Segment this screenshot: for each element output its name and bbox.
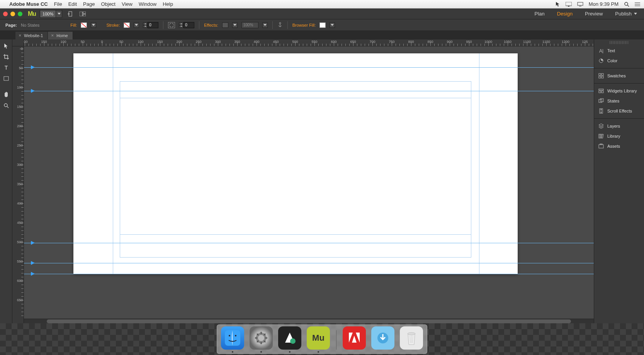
- layout-icon[interactable]: [78, 10, 87, 18]
- page-state[interactable]: No States: [21, 23, 39, 27]
- menu-file[interactable]: File: [54, 1, 62, 7]
- anchor-icon[interactable]: [277, 22, 283, 28]
- dock-finder[interactable]: [221, 326, 244, 350]
- menu-help[interactable]: Help: [163, 1, 173, 7]
- spinner-down-icon[interactable]: ▼: [143, 25, 148, 28]
- page-guide[interactable]: [24, 243, 594, 243]
- rectangle-tool[interactable]: [2, 74, 11, 83]
- menu-window[interactable]: Window: [139, 1, 156, 7]
- page-guide[interactable]: [24, 67, 594, 68]
- dock-settings[interactable]: [250, 326, 273, 350]
- page-guide[interactable]: [24, 274, 594, 274]
- zoom-dropdown-icon[interactable]: [56, 10, 62, 17]
- opacity-dropdown[interactable]: [262, 22, 268, 28]
- doc-tab[interactable]: ✕Home: [48, 32, 73, 39]
- browser-fill-dropdown[interactable]: [330, 22, 335, 28]
- guide-handle[interactable]: [31, 89, 35, 93]
- spinner-up-icon[interactable]: ▲: [143, 22, 148, 25]
- mode-plan[interactable]: Plan: [528, 9, 551, 19]
- browser-fill-swatch[interactable]: [319, 22, 326, 28]
- svg-rect-2: [578, 2, 583, 5]
- app-name[interactable]: Adobe Muse CC: [9, 1, 48, 7]
- close-window-button[interactable]: [3, 12, 8, 16]
- svg-point-51: [258, 335, 264, 341]
- guide-vertical[interactable]: [479, 53, 479, 274]
- stroke-weight-input[interactable]: [148, 22, 158, 28]
- guide-handle[interactable]: [31, 65, 35, 69]
- corners-icon[interactable]: [168, 22, 175, 28]
- minimize-window-button[interactable]: [10, 12, 15, 16]
- fill-swatch[interactable]: [81, 22, 87, 28]
- hand-tool[interactable]: [2, 90, 11, 99]
- panel-swatches[interactable]: Swatches: [594, 71, 644, 81]
- guide-handle[interactable]: [31, 261, 35, 265]
- scrollbar-thumb[interactable]: [47, 319, 571, 323]
- opacity-box[interactable]: 100%: [241, 22, 258, 28]
- page-guide[interactable]: [24, 263, 594, 263]
- ruler-corner[interactable]: [12, 39, 24, 46]
- spinner-up-icon[interactable]: ▲: [179, 22, 184, 25]
- page-guide[interactable]: [24, 91, 594, 91]
- panel-grip[interactable]: [610, 41, 629, 44]
- dock-muse[interactable]: Mu: [307, 326, 330, 350]
- guide-vertical[interactable]: [113, 53, 113, 274]
- content-frame[interactable]: [120, 81, 471, 258]
- panel-scroll-effects[interactable]: Scroll Effects: [594, 106, 644, 116]
- svg-rect-18: [4, 77, 8, 80]
- panel-text[interactable]: A|Text: [594, 46, 644, 56]
- corner-radius-spinner[interactable]: ▲▼: [179, 22, 194, 28]
- menu-list-icon[interactable]: [635, 2, 640, 7]
- horizontal-ruler[interactable]: 2001501005005010015020025030035040045050…: [24, 39, 594, 46]
- dock-adobe[interactable]: [343, 326, 366, 350]
- panel-layers[interactable]: Layers: [594, 121, 644, 131]
- close-tab-icon[interactable]: ✕: [51, 34, 54, 38]
- new-page-icon[interactable]: [66, 10, 75, 18]
- stroke-dropdown[interactable]: [134, 22, 139, 28]
- doc-tab[interactable]: ✕Website-1: [15, 32, 48, 39]
- page-canvas[interactable]: [73, 53, 518, 274]
- vertical-ruler[interactable]: 050100150200250300350400450500550600650: [12, 46, 24, 323]
- menu-edit[interactable]: Edit: [68, 1, 77, 7]
- spinner-down-icon[interactable]: ▼: [179, 25, 184, 28]
- right-panels: A|Text Color Swatches Widgets Library St…: [594, 39, 644, 323]
- text-tool[interactable]: T: [2, 63, 11, 72]
- fill-dropdown[interactable]: [91, 22, 96, 28]
- menu-object[interactable]: Object: [101, 1, 116, 7]
- effects-dropdown[interactable]: [232, 22, 238, 28]
- menu-view[interactable]: View: [122, 1, 133, 7]
- content-inner-frame[interactable]: [120, 98, 471, 235]
- panel-states[interactable]: States: [594, 96, 644, 106]
- mode-preview[interactable]: Preview: [579, 9, 609, 19]
- panel-color[interactable]: Color: [594, 56, 644, 66]
- mode-publish[interactable]: Publish: [609, 9, 641, 19]
- selection-tool[interactable]: [2, 42, 11, 50]
- zoom-input[interactable]: [40, 12, 56, 16]
- zoom-tool[interactable]: [2, 101, 11, 110]
- crop-tool[interactable]: [2, 53, 11, 61]
- panel-assets[interactable]: Assets: [594, 141, 644, 151]
- spotlight-icon[interactable]: [624, 2, 629, 7]
- stroke-swatch[interactable]: [124, 22, 130, 28]
- zoom-window-button[interactable]: [18, 12, 22, 16]
- stroke-weight-spinner[interactable]: ▲▼: [143, 22, 158, 28]
- panel-library[interactable]: Library: [594, 131, 644, 141]
- menu-page[interactable]: Page: [83, 1, 95, 7]
- dock-downloads[interactable]: [371, 326, 394, 350]
- guide-handle[interactable]: [31, 272, 35, 276]
- zoom-control[interactable]: [40, 10, 62, 18]
- corner-radius-input[interactable]: [184, 22, 194, 28]
- monitor-icon[interactable]: [577, 2, 583, 7]
- svg-point-4: [625, 2, 628, 5]
- guide-handle[interactable]: [31, 241, 35, 245]
- dock-trash[interactable]: [400, 326, 423, 350]
- mode-design[interactable]: Design: [551, 9, 579, 19]
- horizontal-scrollbar[interactable]: [24, 319, 594, 323]
- display-icon[interactable]: [566, 2, 572, 7]
- canvas-viewport[interactable]: [24, 46, 594, 319]
- cursor-icon[interactable]: [556, 2, 560, 7]
- close-tab-icon[interactable]: ✕: [19, 34, 22, 38]
- dock-editor[interactable]: [278, 326, 301, 350]
- panel-widgets[interactable]: Widgets Library: [594, 86, 644, 96]
- menubar-clock[interactable]: Mon 9:39 PM: [589, 1, 619, 7]
- effects-swatch[interactable]: [222, 22, 228, 28]
